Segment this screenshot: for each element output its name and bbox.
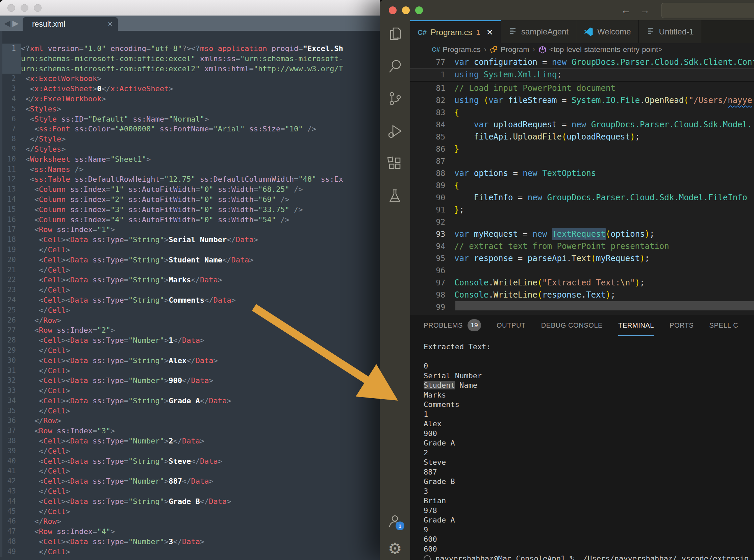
terminal-line: Serial Number — [424, 371, 754, 381]
sublime-window: ◀ ▶ result.xml × 1<?xml version="1.0" en… — [0, 0, 380, 560]
code-line: 98Console.WriteLine(response.Text); — [410, 289, 754, 301]
vscode-window: ← → 1 ⚙ C#Program.cs1✕sampleAgentWelcome… — [380, 0, 754, 560]
code-line: 44 <Cell><Data ss:Type="String">Grade B<… — [0, 497, 380, 507]
breadcrumb: C#Program.cs›Program›<top-level-statemen… — [410, 43, 754, 56]
code-editor[interactable]: 77var configuration = new GroupDocs.Pars… — [410, 56, 754, 314]
panel-tab-ports[interactable]: PORTS — [670, 315, 694, 336]
terminal-line: Steve — [424, 458, 754, 467]
code-line: 24 <Cell><Data ss:Type="String">Comments… — [0, 295, 380, 305]
code-line: 95var response = parseApi.Text(myRequest… — [410, 252, 754, 264]
panel-tab-terminal[interactable]: TERMINAL — [618, 315, 654, 336]
breadcrumb-symbol[interactable]: <top-level-statements-entry-point> — [538, 45, 662, 54]
csharp-file-icon: C# — [432, 46, 440, 53]
code-line: 13 <Column ss:Index="1" ss:AutoFitWidth=… — [0, 184, 380, 195]
zoom-window-button[interactable] — [34, 4, 42, 12]
tab-scroll-right-icon[interactable]: ▶ — [12, 19, 18, 27]
terminal-line: Alex — [424, 419, 754, 429]
code-line: 86} — [410, 143, 754, 155]
run-debug-icon[interactable] — [387, 123, 403, 139]
tab-result-xml[interactable]: result.xml × — [23, 17, 118, 31]
code-line: 40 <Cell><Data ss:Type="String">Steve</D… — [0, 456, 380, 466]
code-line: 18 <Cell><Data ss:Type="String">Serial N… — [0, 235, 380, 245]
terminal-line — [424, 352, 754, 362]
code-line: 22 <Cell><Data ss:Type="String">Marks</D… — [0, 275, 380, 285]
navigate-forward-icon[interactable]: → — [640, 4, 650, 16]
code-line: 23 </Cell> — [0, 285, 380, 295]
code-line: 1using System.Xml.Linq; — [410, 68, 754, 82]
code-line: 42 <Cell><Data ss:Type="Number">887</Dat… — [0, 476, 380, 486]
terminal-prompt-line[interactable]: nayyershahbaz@Mac ConsoleApp1 % /Users/n… — [424, 554, 754, 560]
search-icon[interactable] — [387, 58, 403, 74]
source-control-icon[interactable] — [387, 91, 403, 107]
close-window-button[interactable] — [389, 6, 397, 14]
code-line: 26 </Row> — [0, 316, 380, 326]
code-line: 12 <ss:Table ss:DefaultRowHeight="12.75"… — [0, 174, 380, 184]
code-line: 39 </Cell> — [0, 446, 380, 456]
zoom-window-button[interactable] — [415, 6, 423, 14]
code-line: 15 <Column ss:Index="3" ss:AutoFitWidth=… — [0, 205, 380, 215]
code-line: 33 </Cell> — [0, 386, 380, 396]
code-line: urn:schemas-microsoft-com:office:excel2"… — [0, 64, 380, 74]
terminal-line: 3 — [424, 487, 754, 497]
code-line: 21 </Cell> — [0, 265, 380, 275]
problems-count-badge: 19 — [468, 319, 481, 331]
panel-tab-problems[interactable]: PROBLEMS19 — [424, 315, 481, 336]
code-line: 38 <Cell><Data ss:Type="Number">2</Data> — [0, 436, 380, 446]
panel-tab-debug-console[interactable]: DEBUG CONSOLE — [541, 315, 603, 336]
settings-gear-icon[interactable]: ⚙ — [380, 540, 410, 557]
code-line: 41 </Cell> — [0, 466, 380, 476]
navigate-back-icon[interactable]: ← — [621, 4, 631, 16]
code-line: 35 </Cell> — [0, 406, 380, 416]
account-icon[interactable]: 1 — [380, 513, 410, 529]
terminal-line: 9 — [424, 525, 754, 535]
terminal-line: Brian — [424, 496, 754, 506]
code-line: 43 </Cell> — [0, 486, 380, 497]
code-line: 97Console.WriteLine("Extracted Text:\n")… — [410, 277, 754, 289]
breadcrumb-file[interactable]: C#Program.cs — [432, 45, 481, 54]
code-line: 29 </Cell> — [0, 345, 380, 356]
panel-tab-output[interactable]: OUTPUT — [497, 315, 525, 336]
minimize-window-button[interactable] — [21, 4, 28, 12]
tab-label: Untitled-1 — [659, 27, 694, 37]
tab-sample-agent[interactable]: sampleAgent — [501, 20, 576, 43]
tab-untitled-1[interactable]: Untitled-1 — [639, 20, 702, 43]
terminal-line: 2 — [424, 448, 754, 458]
close-tab-icon[interactable]: ✕ — [487, 28, 493, 37]
code-line: 11 <ss:Names /> — [0, 164, 380, 175]
code-line: 1<?xml version="1.0" encoding="utf-8"?><… — [0, 44, 380, 54]
sublime-tabbar: ◀ ▶ result.xml × — [0, 16, 380, 31]
code-line: 96 — [410, 264, 754, 277]
tab-welcome[interactable]: Welcome — [576, 20, 639, 43]
csharp-file-icon: C# — [418, 28, 426, 37]
extensions-icon[interactable] — [387, 155, 403, 172]
tab-program-cs[interactable]: C#Program.cs1✕ — [410, 20, 501, 43]
minimize-window-button[interactable] — [402, 6, 410, 14]
close-window-button[interactable] — [7, 4, 15, 12]
breadcrumb-separator: › — [484, 45, 487, 54]
code-line: 19 </Cell> — [0, 245, 380, 255]
code-line: 84 var uploadRequest = new GroupDocs.Par… — [410, 119, 754, 131]
explorer-icon[interactable] — [387, 26, 403, 42]
code-line: 49 </Cell> — [0, 547, 380, 557]
command-center-search-box[interactable] — [661, 3, 754, 18]
tab-problem-badge: 1 — [476, 28, 480, 37]
close-tab-icon[interactable]: × — [108, 19, 113, 29]
terminal-output[interactable]: Extracted Text:0Serial NumberStudent Nam… — [410, 336, 754, 560]
sublime-titlebar — [0, 0, 380, 16]
terminal-line: 600 — [424, 544, 754, 554]
code-line: 88var options = new TextOptions — [410, 167, 754, 179]
code-line: 28 <Cell><Data ss:Type="Number">1</Data> — [0, 335, 380, 345]
code-line: 46 </Row> — [0, 516, 380, 526]
panel-tabbar: PROBLEMS19OUTPUTDEBUG CONSOLETERMINALPOR… — [410, 315, 754, 336]
tab-scroll-left-icon[interactable]: ◀ — [4, 19, 10, 27]
horizontal-scrollbar[interactable] — [455, 301, 754, 311]
code-line: 10 <Worksheet ss:Name="Sheet1"> — [0, 154, 380, 164]
testing-icon[interactable] — [387, 188, 403, 204]
breadcrumb-class[interactable]: Program — [490, 45, 529, 54]
panel-tab-spell-checker[interactable]: SPELL C — [709, 315, 738, 336]
desktop: { "colors":{"arrow":"#e09f3a","vscode_ac… — [0, 0, 754, 560]
code-line: 3 <x:ActiveSheet>0</x:ActiveSheet> — [0, 84, 380, 94]
code-line: 48 <Cell><Data ss:Type="Number">3</Data> — [0, 537, 380, 547]
code-line: urn:schemas-microsoft-com:office:excel" … — [0, 54, 380, 64]
xml-editor[interactable]: 1<?xml version="1.0" encoding="utf-8"?><… — [0, 31, 380, 557]
